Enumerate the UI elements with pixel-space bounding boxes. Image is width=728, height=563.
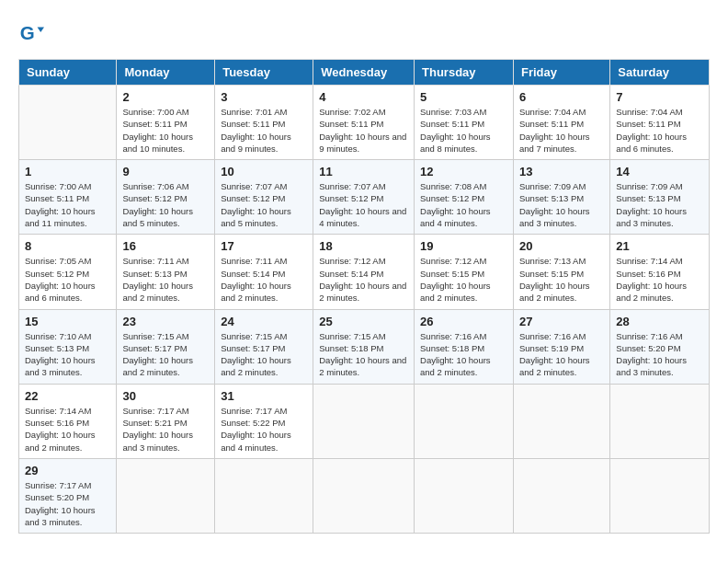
day-info: Sunrise: 7:11 AMSunset: 5:13 PMDaylight:… [122,256,193,303]
day-info: Sunrise: 7:14 AMSunset: 5:16 PMDaylight:… [616,256,687,303]
calendar-cell: 13 Sunrise: 7:09 AMSunset: 5:13 PMDaylig… [513,160,609,235]
logo-icon: G [18,20,44,46]
day-info: Sunrise: 7:04 AMSunset: 5:11 PMDaylight:… [616,107,687,154]
calendar-cell: 22 Sunrise: 7:14 AMSunset: 5:16 PMDaylig… [19,384,117,458]
day-header-thursday: Thursday [415,60,514,86]
day-info: Sunrise: 7:16 AMSunset: 5:19 PMDaylight:… [519,331,590,378]
day-number: 16 [122,239,209,253]
day-info: Sunrise: 7:15 AMSunset: 5:17 PMDaylight:… [221,331,291,378]
day-info: Sunrise: 7:16 AMSunset: 5:20 PMDaylight:… [616,331,687,378]
day-info: Sunrise: 7:09 AMSunset: 5:13 PMDaylight:… [616,181,687,228]
calendar-cell: 16 Sunrise: 7:11 AMSunset: 5:13 PMDaylig… [117,235,215,309]
day-number: 26 [420,315,507,328]
svg-text:G: G [20,22,35,43]
logo: G [18,18,48,44]
calendar-cell [513,384,609,458]
calendar-cell [117,458,215,533]
day-number: 24 [221,315,307,328]
day-info: Sunrise: 7:07 AMSunset: 5:12 PMDaylight:… [319,181,406,228]
day-number: 13 [519,165,604,178]
day-info: Sunrise: 7:10 AMSunset: 5:13 PMDaylight:… [25,331,96,378]
day-number: 2 [122,90,209,104]
calendar-cell: 17 Sunrise: 7:11 AMSunset: 5:14 PMDaylig… [215,235,313,309]
svg-marker-1 [38,27,44,32]
calendar-cell: 4 Sunrise: 7:02 AMSunset: 5:11 PMDayligh… [313,86,415,160]
day-number: 5 [420,90,507,104]
day-info: Sunrise: 7:05 AMSunset: 5:12 PMDaylight:… [25,256,96,303]
calendar-cell [415,384,514,458]
calendar-cell: 18 Sunrise: 7:12 AMSunset: 5:14 PMDaylig… [313,235,415,309]
calendar-week-row: 1 Sunrise: 7:00 AMSunset: 5:11 PMDayligh… [19,160,710,235]
calendar-cell [610,384,710,458]
calendar-cell: 11 Sunrise: 7:07 AMSunset: 5:12 PMDaylig… [313,160,415,235]
calendar-cell: 23 Sunrise: 7:15 AMSunset: 5:17 PMDaylig… [117,309,215,384]
day-header-monday: Monday [117,60,215,86]
calendar-cell: 25 Sunrise: 7:15 AMSunset: 5:18 PMDaylig… [313,309,415,384]
day-number: 6 [519,90,604,104]
day-info: Sunrise: 7:17 AMSunset: 5:21 PMDaylight:… [122,406,193,453]
day-info: Sunrise: 7:14 AMSunset: 5:16 PMDaylight:… [25,406,96,453]
calendar-cell [513,458,609,533]
day-header-friday: Friday [513,60,609,86]
page-header: G [18,18,710,44]
day-number: 14 [616,165,703,178]
day-number: 17 [221,239,307,253]
day-number: 28 [616,315,703,328]
day-number: 22 [25,389,110,403]
calendar-cell: 29 Sunrise: 7:17 AMSunset: 5:20 PMDaylig… [19,458,117,533]
calendar-cell: 14 Sunrise: 7:09 AMSunset: 5:13 PMDaylig… [610,160,710,235]
day-info: Sunrise: 7:17 AMSunset: 5:22 PMDaylight:… [221,406,291,453]
day-number: 12 [420,165,507,178]
day-number: 3 [221,90,307,104]
day-info: Sunrise: 7:12 AMSunset: 5:14 PMDaylight:… [319,256,406,303]
day-info: Sunrise: 7:02 AMSunset: 5:11 PMDaylight:… [319,107,406,154]
calendar-cell: 8 Sunrise: 7:05 AMSunset: 5:12 PMDayligh… [19,235,117,309]
day-info: Sunrise: 7:00 AMSunset: 5:11 PMDaylight:… [25,181,96,228]
calendar-cell: 26 Sunrise: 7:16 AMSunset: 5:18 PMDaylig… [415,309,514,384]
day-header-saturday: Saturday [610,60,710,86]
day-info: Sunrise: 7:06 AMSunset: 5:12 PMDaylight:… [122,181,193,228]
calendar-table: SundayMondayTuesdayWednesdayThursdayFrid… [18,59,710,534]
day-number: 15 [25,315,110,328]
calendar-cell [313,458,415,533]
calendar-cell: 28 Sunrise: 7:16 AMSunset: 5:20 PMDaylig… [610,309,710,384]
day-info: Sunrise: 7:09 AMSunset: 5:13 PMDaylight:… [519,181,590,228]
day-info: Sunrise: 7:13 AMSunset: 5:15 PMDaylight:… [519,256,590,303]
day-number: 10 [221,165,307,178]
day-number: 7 [616,90,703,104]
calendar-cell: 19 Sunrise: 7:12 AMSunset: 5:15 PMDaylig… [415,235,514,309]
calendar-week-row: 2 Sunrise: 7:00 AMSunset: 5:11 PMDayligh… [19,86,710,160]
day-info: Sunrise: 7:04 AMSunset: 5:11 PMDaylight:… [519,107,590,154]
calendar-cell: 7 Sunrise: 7:04 AMSunset: 5:11 PMDayligh… [610,86,710,160]
day-info: Sunrise: 7:16 AMSunset: 5:18 PMDaylight:… [420,331,491,378]
calendar-header-row: SundayMondayTuesdayWednesdayThursdayFrid… [19,60,710,86]
day-number: 20 [519,239,604,253]
day-info: Sunrise: 7:15 AMSunset: 5:17 PMDaylight:… [122,331,193,378]
day-info: Sunrise: 7:12 AMSunset: 5:15 PMDaylight:… [420,256,491,303]
calendar-cell: 1 Sunrise: 7:00 AMSunset: 5:11 PMDayligh… [19,160,117,235]
calendar-cell [415,458,514,533]
calendar-cell: 31 Sunrise: 7:17 AMSunset: 5:22 PMDaylig… [215,384,313,458]
day-number: 1 [25,165,110,178]
calendar-cell [215,458,313,533]
calendar-cell: 9 Sunrise: 7:06 AMSunset: 5:12 PMDayligh… [117,160,215,235]
day-number: 23 [122,315,209,328]
calendar-week-row: 8 Sunrise: 7:05 AMSunset: 5:12 PMDayligh… [19,235,710,309]
calendar-week-row: 29 Sunrise: 7:17 AMSunset: 5:20 PMDaylig… [19,458,710,533]
day-number: 21 [616,239,703,253]
calendar-cell: 5 Sunrise: 7:03 AMSunset: 5:11 PMDayligh… [415,86,514,160]
calendar-cell: 3 Sunrise: 7:01 AMSunset: 5:11 PMDayligh… [215,86,313,160]
day-info: Sunrise: 7:03 AMSunset: 5:11 PMDaylight:… [420,107,491,154]
day-number: 25 [319,315,408,328]
day-number: 19 [420,239,507,253]
calendar-cell: 15 Sunrise: 7:10 AMSunset: 5:13 PMDaylig… [19,309,117,384]
day-number: 30 [122,389,209,403]
calendar-cell: 30 Sunrise: 7:17 AMSunset: 5:21 PMDaylig… [117,384,215,458]
calendar-cell: 24 Sunrise: 7:15 AMSunset: 5:17 PMDaylig… [215,309,313,384]
day-number: 18 [319,239,408,253]
calendar-cell: 2 Sunrise: 7:00 AMSunset: 5:11 PMDayligh… [117,86,215,160]
day-number: 8 [25,239,110,253]
calendar-cell: 27 Sunrise: 7:16 AMSunset: 5:19 PMDaylig… [513,309,609,384]
day-info: Sunrise: 7:08 AMSunset: 5:12 PMDaylight:… [420,181,491,228]
calendar-cell: 6 Sunrise: 7:04 AMSunset: 5:11 PMDayligh… [513,86,609,160]
